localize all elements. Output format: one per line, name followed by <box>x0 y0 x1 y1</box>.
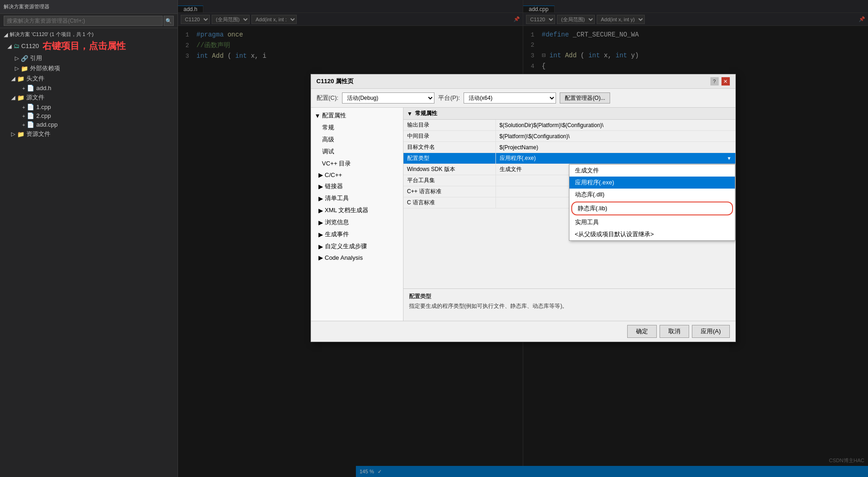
tree-browse-info[interactable]: ▶ 浏览信息 <box>311 216 403 228</box>
dialog-overlay: C1120 属性页 ? ✕ 配置(C): 活动(Debug) 平台(P): 活动… <box>178 0 868 477</box>
config-type-dropdown-arrow[interactable]: ▼ <box>727 156 732 161</box>
properties-dialog: C1120 属性页 ? ✕ 配置(C): 活动(Debug) 平台(P): 活动… <box>311 74 736 342</box>
sources-label: 源文件 <box>26 93 44 102</box>
headers-label: 头文件 <box>26 74 44 83</box>
expand-icon: ▼ <box>407 110 413 117</box>
build-events-expand-icon: ▶ <box>318 231 323 238</box>
dialog-footer: 确定 取消 应用(A) <box>311 321 735 342</box>
general-label: 常规 <box>322 123 334 132</box>
dialog-titlebar: C1120 属性页 ? ✕ <box>311 74 735 89</box>
tree-resources-folder[interactable]: ▷ 📁 资源文件 <box>0 129 177 139</box>
config-select[interactable]: 活动(Debug) <box>342 92 434 104</box>
resources-expand-icon: ▷ <box>11 131 15 137</box>
dialog-props: ▼ 常规属性 输出目录 $(SolutionDir)$(Platform)\$(… <box>403 108 735 321</box>
custom-build-label: 自定义生成步骤 <box>325 242 367 251</box>
platform-select[interactable]: 活动(x64) <box>464 92 556 104</box>
dialog-config-row: 配置(C): 活动(Debug) 平台(P): 活动(x64) 配置管理器(O)… <box>311 89 735 108</box>
props-description: 配置类型 指定要生成的程序类型(例如可执行文件、静态库、动态库等等)。 <box>403 288 735 321</box>
tree-references[interactable]: ▷ 🔗 引用 <box>0 53 177 63</box>
sidebar-toolbar-label: 解决方案资源管理器 <box>4 3 49 10</box>
project-expand-icon: ◢ <box>7 43 12 49</box>
tree-sources-folder[interactable]: ◢ 📁 源文件 <box>0 92 177 103</box>
tree-build-events[interactable]: ▶ 生成事件 <box>311 228 403 240</box>
code-analysis-expand-icon: ▶ <box>318 254 323 261</box>
xml-doc-label: XML 文档生成器 <box>325 206 369 214</box>
add-h-label: add.h <box>36 85 51 92</box>
sidebar: 解决方案资源管理器 🔍 ◢ 解决方案 'C1120' (1 个项目，共 1 个)… <box>0 0 178 477</box>
tree-linker[interactable]: ▶ 链接器 <box>311 180 403 192</box>
dialog-close-btn[interactable]: ✕ <box>721 77 730 86</box>
config-props-expand-icon: ▼ <box>315 112 321 119</box>
props-desc-text: 指定要生成的程序类型(例如可执行文件、静态库、动态库等等)。 <box>409 302 730 310</box>
manifest-label: 清单工具 <box>325 194 349 202</box>
apply-button[interactable]: 应用(A) <box>692 325 729 338</box>
cancel-button[interactable]: 取消 <box>660 325 689 338</box>
tree-custom-build[interactable]: ▶ 自定义生成步骤 <box>311 240 403 252</box>
2-cpp-label: 2.cpp <box>36 112 51 119</box>
tree-code-analysis[interactable]: ▶ Code Analysis <box>311 252 403 263</box>
tree-add-cpp[interactable]: + 📄 add.cpp <box>0 120 177 129</box>
config-type-value: 应用程序(.exe) <box>500 154 536 162</box>
1-cpp-label: 1.cpp <box>36 104 51 110</box>
dialog-tree: ▼ 配置属性 常规 高级 调试 VC++ 目录 <box>311 108 403 321</box>
tree-general[interactable]: 常规 <box>311 122 403 134</box>
props-header: ▼ 常规属性 <box>403 108 735 120</box>
search-input[interactable] <box>4 16 163 26</box>
prop-intermediate-dir: 中间目录 $(Platform)\$(Configuration)\ <box>403 131 735 142</box>
config-type-dropdown: 生成文件 应用程序(.exe) 动态库(.dll) 静态库(.lib) 实用工具… <box>569 164 735 241</box>
headers-expand-icon: ◢ <box>11 75 15 82</box>
browse-info-label: 浏览信息 <box>325 218 349 226</box>
dropdown-inherit[interactable]: <从父级或项目默认设置继承> <box>569 228 735 240</box>
tree-manifest[interactable]: ▶ 清单工具 <box>311 192 403 204</box>
search-bar: 🔍 <box>0 14 177 28</box>
custom-build-expand-icon: ▶ <box>318 243 323 250</box>
sources-expand-icon: ◢ <box>11 94 15 101</box>
cpp-expand-icon: ▶ <box>318 171 323 178</box>
solution-expand-icon: ◢ <box>4 31 8 38</box>
tree-xml-doc[interactable]: ▶ XML 文档生成器 <box>311 204 403 216</box>
tree-1-cpp[interactable]: + 📄 1.cpp <box>0 103 177 111</box>
tree-cpp[interactable]: ▶ C/C++ <box>311 170 403 180</box>
dialog-body: ▼ 配置属性 常规 高级 调试 VC++ 目录 <box>311 108 735 321</box>
references-expand-icon: ▷ <box>15 55 19 61</box>
vc-dirs-label: VC++ 目录 <box>322 159 351 168</box>
add-cpp-label: add.cpp <box>36 121 57 128</box>
project-item[interactable]: ◢ 🗂 C1120 右键项目，点击属性 <box>0 39 177 53</box>
tree-advanced[interactable]: 高级 <box>311 134 403 146</box>
tree-external-deps[interactable]: ▷ 📁 外部依赖项 <box>0 63 177 73</box>
dropdown-makefile[interactable]: 生成文件 <box>569 165 735 177</box>
search-button[interactable]: 🔍 <box>164 16 174 26</box>
props-header-label: 常规属性 <box>415 110 437 117</box>
tree-view: ◢ 解决方案 'C1120' (1 个项目，共 1 个) ◢ 🗂 C1120 右… <box>0 28 177 477</box>
tree-config-props[interactable]: ▼ 配置属性 <box>311 110 403 122</box>
solution-label: 解决方案 'C1120' (1 个项目，共 1 个) <box>10 31 93 38</box>
props-desc-title: 配置类型 <box>409 293 730 300</box>
ok-button[interactable]: 确定 <box>627 325 657 338</box>
sidebar-toolbar: 解决方案资源管理器 <box>0 0 177 14</box>
props-table: 输出目录 $(SolutionDir)$(Platform)\$(Configu… <box>403 120 735 288</box>
solution-item[interactable]: ◢ 解决方案 'C1120' (1 个项目，共 1 个) <box>0 30 177 39</box>
dropdown-lib[interactable]: 静态库(.lib) <box>571 202 733 215</box>
code-analysis-label: Code Analysis <box>325 254 363 261</box>
tree-vc-dirs[interactable]: VC++ 目录 <box>311 158 403 170</box>
dropdown-dll[interactable]: 动态库(.dll) <box>569 189 735 201</box>
config-manager-btn[interactable]: 配置管理器(O)... <box>560 92 610 104</box>
ext-deps-label: 外部依赖项 <box>30 64 60 73</box>
resources-label: 资源文件 <box>26 130 50 138</box>
manifest-expand-icon: ▶ <box>318 195 323 202</box>
prop-config-type[interactable]: 配置类型 应用程序(.exe) ▼ 生成文件 应用程序 <box>403 153 735 164</box>
dropdown-exe[interactable]: 应用程序(.exe) <box>569 177 735 189</box>
editors-area: add.h C1120 (全局范围) Add(int x, int : <box>178 0 868 477</box>
tree-debug[interactable]: 调试 <box>311 146 403 158</box>
platform-label: 平台(P): <box>438 94 460 102</box>
config-label: 配置(C): <box>317 94 339 102</box>
tree-add-h[interactable]: + 📄 add.h <box>0 84 177 92</box>
prop-target-name: 目标文件名 $(ProjectName) <box>403 142 735 153</box>
tree-2-cpp[interactable]: + 📄 2.cpp <box>0 111 177 120</box>
tree-headers-folder[interactable]: ◢ 📁 头文件 <box>0 73 177 84</box>
annotation-text: 右键项目，点击属性 <box>43 40 126 52</box>
dialog-help-btn[interactable]: ? <box>710 77 719 86</box>
linker-label: 链接器 <box>325 182 343 190</box>
dropdown-utility[interactable]: 实用工具 <box>569 216 735 228</box>
build-events-label: 生成事件 <box>325 230 349 238</box>
